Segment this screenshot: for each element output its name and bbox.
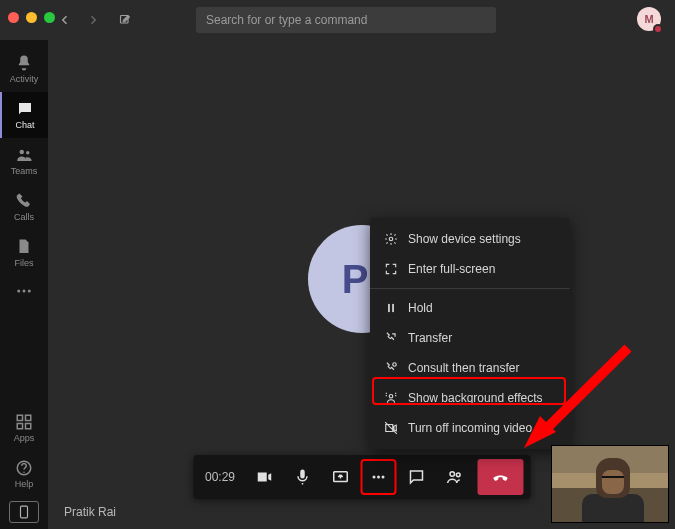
app-rail: Activity Chat Teams Calls Files Apps Hel… bbox=[0, 40, 48, 529]
self-view[interactable] bbox=[551, 445, 669, 523]
self-view-face bbox=[602, 470, 624, 494]
svg-point-18 bbox=[456, 473, 460, 477]
search-placeholder: Search for or type a command bbox=[206, 13, 367, 27]
svg-rect-9 bbox=[26, 424, 31, 429]
self-view-glasses bbox=[602, 476, 624, 482]
menu-label: Consult then transfer bbox=[408, 361, 519, 375]
svg-point-22 bbox=[393, 363, 397, 367]
svg-point-15 bbox=[377, 476, 380, 479]
minimize-window-button[interactable] bbox=[26, 12, 37, 23]
menu-label: Turn off incoming video bbox=[408, 421, 532, 435]
svg-point-2 bbox=[26, 151, 29, 154]
menu-label: Show device settings bbox=[408, 232, 521, 246]
svg-point-1 bbox=[20, 150, 25, 155]
rail-device-button[interactable] bbox=[9, 501, 39, 523]
search-input[interactable]: Search for or type a command bbox=[196, 7, 496, 33]
svg-point-23 bbox=[389, 395, 393, 399]
rail-more[interactable] bbox=[0, 276, 48, 306]
close-window-button[interactable] bbox=[8, 12, 19, 23]
menu-separator bbox=[370, 288, 570, 289]
svg-point-19 bbox=[389, 237, 393, 241]
rail-calls[interactable]: Calls bbox=[0, 184, 48, 230]
call-controls: 00:29 bbox=[193, 455, 530, 499]
self-view-body bbox=[582, 494, 644, 523]
svg-point-11 bbox=[23, 471, 25, 473]
svg-rect-6 bbox=[17, 415, 22, 420]
camera-toggle-button[interactable] bbox=[246, 459, 282, 495]
svg-point-3 bbox=[17, 290, 20, 293]
rail-label: Teams bbox=[11, 166, 38, 176]
rail-label: Calls bbox=[14, 212, 34, 222]
chat-button[interactable] bbox=[398, 459, 434, 495]
call-timer: 00:29 bbox=[199, 470, 245, 484]
svg-point-4 bbox=[23, 290, 26, 293]
rail-teams[interactable]: Teams bbox=[0, 138, 48, 184]
new-chat-button[interactable] bbox=[114, 9, 136, 31]
more-actions-menu: Show device settings Enter full-screen H… bbox=[370, 218, 570, 449]
participant-name: Pratik Rai bbox=[64, 505, 116, 519]
menu-fullscreen[interactable]: Enter full-screen bbox=[370, 254, 570, 284]
menu-device-settings[interactable]: Show device settings bbox=[370, 224, 570, 254]
rail-label: Activity bbox=[10, 74, 39, 84]
rail-label: Files bbox=[14, 258, 33, 268]
svg-point-16 bbox=[381, 476, 384, 479]
presence-badge bbox=[653, 24, 663, 34]
menu-hold[interactable]: Hold bbox=[370, 293, 570, 323]
svg-rect-12 bbox=[21, 506, 28, 518]
mic-toggle-button[interactable] bbox=[284, 459, 320, 495]
svg-rect-20 bbox=[388, 304, 390, 312]
rail-help[interactable]: Help bbox=[0, 451, 48, 497]
rail-label: Help bbox=[15, 479, 34, 489]
more-actions-button[interactable] bbox=[360, 459, 396, 495]
menu-label: Show background effects bbox=[408, 391, 543, 405]
back-button[interactable] bbox=[54, 9, 76, 31]
menu-label: Hold bbox=[408, 301, 433, 315]
hang-up-button[interactable] bbox=[477, 459, 523, 495]
svg-point-14 bbox=[372, 476, 375, 479]
svg-point-17 bbox=[450, 472, 455, 477]
share-screen-button[interactable] bbox=[322, 459, 358, 495]
avatar-initial: M bbox=[644, 13, 653, 25]
svg-rect-21 bbox=[392, 304, 394, 312]
svg-rect-7 bbox=[26, 415, 31, 420]
menu-transfer[interactable]: Transfer bbox=[370, 323, 570, 353]
menu-label: Enter full-screen bbox=[408, 262, 495, 276]
menu-label: Transfer bbox=[408, 331, 452, 345]
menu-background-effects[interactable]: Show background effects bbox=[370, 383, 570, 413]
topbar: Search for or type a command M bbox=[48, 0, 675, 40]
svg-point-5 bbox=[28, 290, 31, 293]
call-stage: PR Pratik Rai 00:29 Show device sett bbox=[48, 40, 675, 529]
rail-apps[interactable]: Apps bbox=[0, 405, 48, 451]
rail-chat[interactable]: Chat bbox=[0, 92, 48, 138]
rail-label: Apps bbox=[14, 433, 35, 443]
participants-button[interactable] bbox=[436, 459, 472, 495]
svg-rect-8 bbox=[17, 424, 22, 429]
menu-turn-off-incoming-video[interactable]: Turn off incoming video bbox=[370, 413, 570, 443]
rail-activity[interactable]: Activity bbox=[0, 46, 48, 92]
rail-files[interactable]: Files bbox=[0, 230, 48, 276]
forward-button[interactable] bbox=[82, 9, 104, 31]
rail-label: Chat bbox=[15, 120, 34, 130]
menu-consult-transfer[interactable]: Consult then transfer bbox=[370, 353, 570, 383]
